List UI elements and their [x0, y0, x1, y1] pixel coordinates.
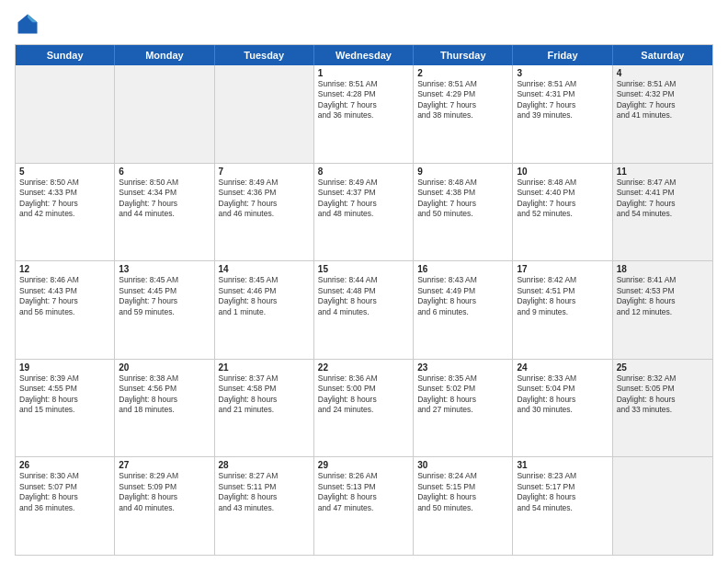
cell-line: Sunset: 4:49 PM	[417, 286, 508, 296]
cell-line: and 12 minutes.	[617, 307, 709, 317]
cell-line: Daylight: 8 hours	[517, 492, 608, 502]
day-number: 6	[119, 167, 210, 177]
cell-line: Sunset: 4:36 PM	[219, 188, 310, 198]
cell-line: and 59 minutes.	[119, 307, 210, 317]
calendar-cell-w0-d4: 2Sunrise: 8:51 AMSunset: 4:29 PMDaylight…	[414, 65, 513, 163]
cell-line: Daylight: 7 hours	[417, 199, 508, 209]
cell-line: Sunrise: 8:50 AM	[19, 178, 110, 188]
calendar-cell-w4-d5: 31Sunrise: 8:23 AMSunset: 5:17 PMDayligh…	[513, 457, 612, 555]
header-day-thursday: Thursday	[414, 45, 513, 65]
cell-line: Daylight: 7 hours	[517, 199, 608, 209]
calendar-cell-w0-d2	[215, 65, 314, 163]
cell-line: Daylight: 8 hours	[517, 296, 608, 306]
cell-line: and 21 minutes.	[219, 405, 310, 415]
calendar-cell-w1-d3: 8Sunrise: 8:49 AMSunset: 4:37 PMDaylight…	[314, 164, 414, 261]
cell-line: Sunrise: 8:51 AM	[318, 79, 409, 89]
cell-line: Sunrise: 8:41 AM	[617, 275, 709, 285]
calendar-cell-w2-d2: 14Sunrise: 8:45 AMSunset: 4:46 PMDayligh…	[215, 261, 314, 359]
cell-line: and 56 minutes.	[19, 307, 110, 317]
day-number: 28	[219, 460, 310, 470]
day-number: 13	[119, 264, 210, 274]
cell-line: Sunrise: 8:35 AM	[417, 373, 508, 384]
cell-line: Daylight: 8 hours	[219, 492, 310, 502]
cell-line: Sunrise: 8:39 AM	[19, 373, 110, 384]
day-number: 30	[417, 460, 508, 470]
calendar-cell-w3-d4: 23Sunrise: 8:35 AMSunset: 5:02 PMDayligh…	[414, 360, 513, 457]
cell-line: and 40 minutes.	[119, 503, 210, 513]
cell-line: Sunrise: 8:24 AM	[417, 471, 508, 481]
cell-line: and 15 minutes.	[19, 405, 110, 415]
cell-line: Sunset: 4:31 PM	[517, 89, 608, 99]
day-number: 16	[417, 264, 508, 274]
cell-line: Sunset: 5:17 PM	[517, 482, 608, 492]
cell-line: Sunset: 5:00 PM	[318, 384, 409, 394]
calendar-cell-w3-d5: 24Sunrise: 8:33 AMSunset: 5:04 PMDayligh…	[513, 360, 612, 457]
cell-line: and 46 minutes.	[219, 209, 310, 219]
cell-line: Sunset: 4:32 PM	[617, 89, 709, 99]
cell-line: Sunrise: 8:26 AM	[318, 471, 409, 481]
cell-line: and 27 minutes.	[417, 405, 508, 415]
day-number: 24	[517, 362, 608, 373]
cell-line: and 24 minutes.	[318, 405, 409, 415]
calendar-cell-w3-d6: 25Sunrise: 8:32 AMSunset: 5:05 PMDayligh…	[613, 360, 712, 457]
calendar-cell-w4-d1: 27Sunrise: 8:29 AMSunset: 5:09 PMDayligh…	[115, 457, 214, 555]
cell-line: Sunrise: 8:48 AM	[417, 178, 508, 188]
day-number: 20	[119, 362, 210, 373]
cell-line: Sunset: 4:43 PM	[19, 286, 110, 296]
cell-line: Daylight: 8 hours	[19, 492, 110, 502]
cell-line: Sunset: 4:38 PM	[417, 188, 508, 198]
cell-line: and 50 minutes.	[417, 503, 508, 513]
cell-line: Sunset: 5:15 PM	[417, 482, 508, 492]
cell-line: Sunrise: 8:37 AM	[219, 373, 310, 384]
cell-line: Sunset: 4:40 PM	[517, 188, 608, 198]
calendar-cell-w0-d5: 3Sunrise: 8:51 AMSunset: 4:31 PMDaylight…	[513, 65, 612, 163]
cell-line: Daylight: 7 hours	[119, 199, 210, 209]
cell-line: Sunset: 4:28 PM	[318, 89, 409, 99]
calendar: SundayMondayTuesdayWednesdayThursdayFrid…	[15, 44, 713, 556]
cell-line: and 39 minutes.	[517, 110, 608, 121]
day-number: 5	[19, 167, 110, 177]
cell-line: Daylight: 8 hours	[617, 395, 709, 405]
cell-line: Daylight: 8 hours	[219, 296, 310, 306]
cell-line: Daylight: 8 hours	[417, 296, 508, 306]
cell-line: and 44 minutes.	[119, 209, 210, 219]
calendar-cell-w1-d0: 5Sunrise: 8:50 AMSunset: 4:33 PMDaylight…	[16, 164, 115, 261]
cell-line: Daylight: 8 hours	[417, 492, 508, 502]
day-number: 4	[617, 68, 709, 78]
cell-line: and 18 minutes.	[119, 405, 210, 415]
calendar-cell-w2-d3: 15Sunrise: 8:44 AMSunset: 4:48 PMDayligh…	[314, 261, 414, 359]
calendar-cell-w3-d2: 21Sunrise: 8:37 AMSunset: 4:58 PMDayligh…	[215, 360, 314, 457]
cell-line: Sunset: 5:11 PM	[219, 482, 310, 492]
day-number: 14	[219, 264, 310, 274]
cell-line: Sunset: 4:34 PM	[119, 188, 210, 198]
calendar-cell-w4-d4: 30Sunrise: 8:24 AMSunset: 5:15 PMDayligh…	[414, 457, 513, 555]
cell-line: Daylight: 7 hours	[19, 199, 110, 209]
cell-line: Sunrise: 8:42 AM	[517, 275, 608, 285]
cell-line: and 9 minutes.	[517, 307, 608, 317]
cell-line: and 30 minutes.	[517, 405, 608, 415]
day-number: 21	[219, 362, 310, 373]
cell-line: Sunrise: 8:32 AM	[617, 373, 709, 384]
day-number: 22	[318, 362, 409, 373]
calendar-row-2: 12Sunrise: 8:46 AMSunset: 4:43 PMDayligh…	[16, 261, 712, 360]
cell-line: Sunset: 4:41 PM	[617, 188, 709, 198]
cell-line: and 54 minutes.	[517, 503, 608, 513]
logo-icon	[15, 11, 40, 37]
cell-line: Sunset: 5:09 PM	[119, 482, 210, 492]
calendar-cell-w2-d5: 17Sunrise: 8:42 AMSunset: 4:51 PMDayligh…	[513, 261, 612, 359]
calendar-row-1: 5Sunrise: 8:50 AMSunset: 4:33 PMDaylight…	[16, 164, 712, 262]
cell-line: Sunrise: 8:51 AM	[617, 79, 709, 89]
calendar-cell-w2-d1: 13Sunrise: 8:45 AMSunset: 4:45 PMDayligh…	[115, 261, 214, 359]
calendar-cell-w0-d6: 4Sunrise: 8:51 AMSunset: 4:32 PMDaylight…	[613, 65, 712, 163]
day-number: 3	[517, 68, 608, 78]
day-number: 11	[617, 167, 709, 177]
cell-line: Sunset: 5:05 PM	[617, 384, 709, 394]
day-number: 27	[119, 460, 210, 470]
header-day-saturday: Saturday	[613, 45, 712, 65]
calendar-cell-w0-d0	[16, 65, 115, 163]
day-number: 19	[19, 362, 110, 373]
cell-line: Sunset: 4:51 PM	[517, 286, 608, 296]
cell-line: Daylight: 7 hours	[219, 199, 310, 209]
cell-line: and 52 minutes.	[517, 209, 608, 219]
cell-line: and 43 minutes.	[219, 503, 310, 513]
